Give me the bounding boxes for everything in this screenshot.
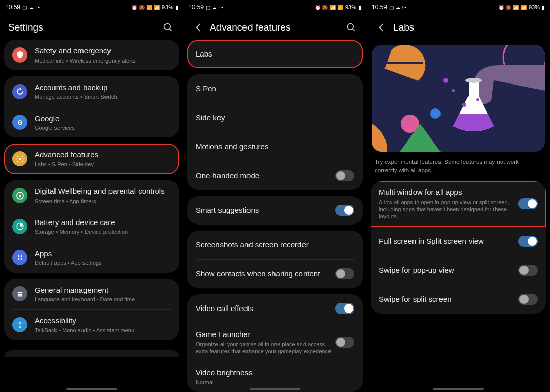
settings-card: !Safety and emergencyMedical info • Wire…	[4, 40, 179, 70]
phone-screen-settings: 10:59 ▢ ☁ ⁞ • ⏰ 🔕 📶 📶 93% ▮ Settings !Sa…	[0, 0, 183, 392]
row-title: Swipe for split screen	[379, 294, 518, 304]
row-title: Advanced features	[35, 150, 171, 160]
row-text: Video call effects	[196, 303, 335, 314]
svg-point-25	[452, 89, 455, 92]
settings-row[interactable]: Full screen in Split screen view	[371, 227, 546, 256]
emergency-icon: !	[12, 47, 28, 63]
settings-row[interactable]: Accounts and backupManage accounts • Sma…	[4, 76, 179, 107]
back-button[interactable]	[375, 20, 389, 35]
toggle-switch[interactable]	[335, 268, 354, 279]
apps-icon	[12, 250, 28, 265]
settings-row[interactable]: AccessibilityTalkBack • Mono audio • Ass…	[4, 310, 179, 340]
svg-rect-12	[17, 292, 22, 293]
row-title: Accounts and backup	[35, 82, 171, 93]
row-subtitle: Language and keyboard • Date and time	[35, 296, 171, 303]
settings-row[interactable]: Screenshots and screen recorder	[187, 231, 363, 259]
toggle-switch[interactable]	[518, 294, 538, 305]
toggle-switch[interactable]	[518, 198, 538, 209]
settings-row[interactable]: Smart suggestions	[187, 196, 363, 225]
toggle-switch[interactable]	[335, 170, 354, 181]
nav-handle[interactable]	[66, 388, 117, 390]
settings-row[interactable]: Swipe for split screen	[371, 285, 546, 314]
settings-row[interactable]: Video call effects	[187, 294, 363, 323]
row-subtitle: Labs • S Pen • Side key	[35, 161, 171, 168]
nav-handle[interactable]	[433, 388, 484, 390]
row-text: Screenshots and screen recorder	[196, 240, 354, 250]
search-button[interactable]	[161, 20, 175, 35]
chevron-left-icon	[377, 22, 387, 33]
settings-row[interactable]: Labs	[187, 40, 363, 68]
status-icons-left: ▢ ☁ ⁞ •	[22, 5, 40, 10]
settings-row[interactable]: Video brightnessNormal	[187, 361, 363, 392]
status-icons-left: ▢ ☁ ⁞ •	[206, 5, 223, 10]
nav-handle[interactable]	[250, 388, 300, 390]
row-title: Safety and emergency	[35, 46, 171, 56]
settings-card: Screenshots and screen recorderShow cont…	[187, 231, 363, 288]
row-title: Smart suggestions	[196, 205, 335, 215]
labs-list: Multi window for all appsAllow all apps …	[367, 181, 550, 323]
battery-icon	[12, 219, 28, 234]
svg-point-15	[19, 322, 21, 323]
settings-row[interactable]: AppsDefault apps • App settings	[4, 242, 179, 273]
svg-rect-13	[17, 294, 22, 295]
back-button[interactable]	[191, 20, 206, 35]
page-title: Advanced features	[210, 22, 344, 33]
settings-row[interactable]: General managementLanguage and keyboard …	[4, 279, 179, 310]
battery-icon: ▮	[175, 4, 178, 11]
row-title: Screenshots and screen recorder	[196, 240, 354, 250]
svg-point-22	[465, 78, 482, 83]
settings-row[interactable]: One-handed mode	[187, 161, 363, 190]
status-battery: 93%	[162, 4, 173, 10]
settings-row[interactable]: S Pen	[187, 74, 363, 103]
row-text: Digital Wellbeing and parental controlsS…	[35, 186, 171, 205]
row-title: Side key	[196, 113, 354, 123]
row-text: Video brightnessNormal	[196, 368, 354, 386]
settings-row[interactable]: Advanced featuresLabs • S Pen • Side key	[4, 144, 179, 174]
row-text: Full screen in Split screen view	[379, 236, 518, 246]
settings-row[interactable]: Side key	[187, 103, 363, 132]
toggle-switch[interactable]	[518, 236, 538, 247]
settings-row[interactable]: !Safety and emergencyMedical info • Wire…	[4, 40, 179, 70]
row-title: Accessibility	[35, 316, 171, 326]
row-title: Motions and gestures	[196, 142, 354, 152]
labs-description: Try experimental features. Some features…	[367, 158, 550, 181]
settings-row[interactable]: Motions and gestures	[187, 132, 363, 161]
svg-line-1	[170, 29, 172, 31]
status-icons-right: ⏰ 🔕 📶 📶	[131, 5, 160, 10]
search-icon	[163, 22, 173, 33]
settings-row[interactable]: Swipe for pop-up view	[371, 256, 546, 285]
settings-row[interactable]: Show contacts when sharing content	[187, 260, 363, 288]
row-text: Battery and device careStorage • Memory …	[35, 217, 171, 236]
toggle-switch[interactable]	[335, 303, 354, 314]
row-text: AccessibilityTalkBack • Mono audio • Ass…	[35, 316, 171, 334]
row-text: Game LauncherOrganize all your games all…	[196, 329, 335, 355]
settings-row[interactable]: Multi window for all appsAllow all apps …	[371, 181, 546, 226]
header: Settings	[0, 14, 183, 40]
svg-point-4	[19, 158, 21, 160]
battery-icon: ▮	[542, 4, 545, 11]
google-icon: G	[12, 115, 28, 130]
toggle-switch[interactable]	[335, 337, 354, 348]
settings-row[interactable]: Game LauncherOrganize all your games all…	[187, 323, 363, 361]
general-icon	[12, 286, 28, 301]
row-title: Full screen in Split screen view	[379, 236, 518, 246]
row-title: S Pen	[196, 83, 354, 94]
settings-row[interactable]: Battery and device careStorage • Memory …	[4, 211, 179, 242]
chevron-left-icon	[194, 22, 204, 33]
row-subtitle: Normal	[196, 379, 354, 386]
row-title: Battery and device care	[35, 217, 171, 228]
row-subtitle: Organize all your games all in one place…	[196, 341, 335, 355]
svg-point-16	[348, 24, 354, 30]
row-title: Apps	[35, 248, 171, 259]
status-icons-right: ⏰ 🔕 📶 📶	[498, 5, 527, 10]
row-text: Labs	[196, 49, 354, 59]
search-button[interactable]	[344, 20, 359, 35]
settings-row[interactable]: Digital Wellbeing and parental controlsS…	[4, 180, 179, 211]
settings-row[interactable]: GGoogleGoogle services	[4, 107, 179, 138]
toggle-switch[interactable]	[518, 265, 538, 276]
svg-text:G: G	[17, 119, 22, 126]
advanced-icon	[12, 151, 28, 166]
toggle-switch[interactable]	[335, 205, 354, 216]
settings-card: S PenSide keyMotions and gesturesOne-han…	[187, 74, 363, 190]
phone-screen-labs: 10:59 ▢ ☁ ⁞ • ⏰ 🔕 📶 📶 93% ▮ Labs	[367, 0, 550, 392]
